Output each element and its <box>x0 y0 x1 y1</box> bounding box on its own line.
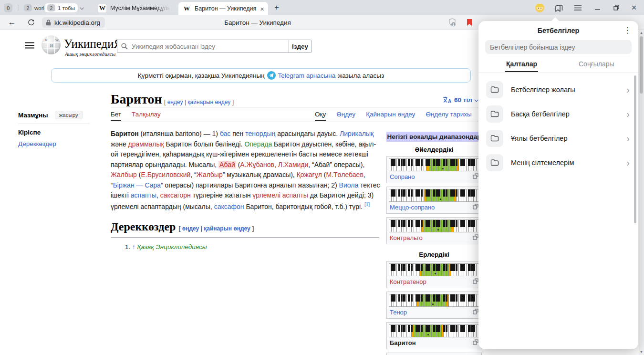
bookmark-page-button[interactable] <box>464 15 475 30</box>
popup-button[interactable] <box>473 204 478 211</box>
bookmark-folder-0[interactable]: Бетбелгілер жолағы› <box>478 77 638 102</box>
popup-button[interactable] <box>473 309 478 316</box>
edit-link[interactable]: өңдеу <box>182 225 199 232</box>
page-tab-right-0[interactable]: Оқу <box>315 111 326 118</box>
minimize-button[interactable] <box>591 0 604 15</box>
panel-tab-recent[interactable]: Соңғылары <box>579 60 614 68</box>
protect-button[interactable]: 1 <box>447 15 458 30</box>
bookmarks-panel-title: Бетбелгілер <box>478 27 638 34</box>
wiki-search-input[interactable] <box>132 43 285 50</box>
browser-menu-button[interactable] <box>571 0 584 15</box>
tab-group-zero[interactable]: 0 <box>4 3 12 12</box>
page-tab-right-3[interactable]: Өңделу тарихы <box>426 111 471 118</box>
wiki-search-button[interactable]: Іздеу <box>289 40 312 53</box>
article-link[interactable]: М.Төлебаев <box>326 171 363 178</box>
toc-hide-button[interactable]: жасыру <box>55 111 83 119</box>
voice-label[interactable]: Контратенор <box>390 278 426 285</box>
text-segment: , <box>156 191 160 199</box>
new-tab-button[interactable]: + <box>271 0 282 15</box>
article-link[interactable]: [1] <box>364 202 370 207</box>
popup-button[interactable] <box>473 339 478 346</box>
wikipedia-globe-logo[interactable]: Ω И W <box>41 35 61 57</box>
wiki-search-box[interactable] <box>117 40 289 53</box>
reference-link[interactable]: Қазақ Энциклопедиясы <box>137 243 207 251</box>
article-link[interactable]: үрлемелі аспапты <box>252 191 308 199</box>
toc-item-0[interactable]: Кіріспе <box>18 129 94 136</box>
close-window-button[interactable]: × <box>627 0 641 15</box>
search-icon <box>121 43 128 50</box>
article-link[interactable]: А.Жұбанов <box>240 161 274 168</box>
voice-label[interactable]: Меццо-сопрано <box>390 204 435 211</box>
panel-tab-folders[interactable]: Қалталар <box>506 60 537 68</box>
article-link[interactable]: Е.Брусиловский <box>141 171 190 178</box>
bookmarks-panel-button[interactable] <box>552 0 565 15</box>
page-tab-left-1[interactable]: Талқылау <box>132 111 161 118</box>
page-scrollbar[interactable]: ▲ ▼ <box>639 30 644 355</box>
bookmark-folder-3[interactable]: Менің сілтемелерім› <box>478 150 638 175</box>
article-link[interactable]: бас <box>220 130 230 137</box>
panel-menu-button[interactable]: ⋮ <box>623 25 632 35</box>
tab-group-1-toby[interactable]: 2 1 тобы <box>44 3 78 12</box>
popup-button[interactable] <box>473 278 478 285</box>
article-link[interactable]: Виола <box>339 181 359 189</box>
restore-button[interactable] <box>610 0 623 15</box>
toc-item-1[interactable]: Дереккөздер <box>18 140 94 147</box>
text-segment: , “Абай” операсы), <box>308 161 364 168</box>
popup-button[interactable] <box>473 234 478 241</box>
tab-group-collapse-button[interactable] <box>77 3 86 12</box>
article-link[interactable]: Жалбыр <box>111 171 137 178</box>
chevron-right-icon: › <box>626 158 630 167</box>
folder-icon-box <box>486 105 503 123</box>
infobox-header: Негізгі вокалды диапазондар <box>386 132 482 142</box>
tab-bariton-active[interactable]: W Баритон — Уикипедия × <box>178 2 268 15</box>
references-heading: Дереккөздер [ өңдеу | қайнарын өңдеу ] <box>111 220 254 233</box>
wikipedia-favicon: W <box>98 4 107 13</box>
article-link[interactable]: тенордың <box>245 130 275 137</box>
article-link[interactable]: Л.Хамиди <box>278 161 309 168</box>
language-selector-button[interactable]: A 60 тіл <box>443 96 478 104</box>
article-link[interactable]: драммалық <box>128 140 164 148</box>
scrollbar-thumb[interactable] <box>640 36 643 94</box>
article-link[interactable]: Лирикалық <box>340 130 374 137</box>
edit-source-link[interactable]: қайнарын өңдеу <box>187 99 230 105</box>
voice-label[interactable]: Тенор <box>390 309 407 316</box>
page-tab-left-0[interactable]: Бет <box>111 111 121 118</box>
article-link[interactable]: саксагорн <box>160 191 191 199</box>
wiki-main-menu-button[interactable] <box>25 42 34 51</box>
article-link[interactable]: Жалбыр <box>197 171 223 178</box>
page-tab-right-2[interactable]: Қайнарын өңдеу <box>366 111 415 118</box>
tab-muslim-article[interactable]: W Мүслім Мұхаммедұлы Ма <box>98 2 175 14</box>
bookmarks-search-input[interactable] <box>490 43 627 51</box>
scroll-down-arrow[interactable]: ▼ <box>640 350 643 354</box>
folder-icon-box <box>486 154 503 171</box>
article-link[interactable]: Қожағұл <box>297 171 322 178</box>
title-edit-links: [ өңдеу | қайнарын өңдеу ] <box>164 99 234 105</box>
hamburger-icon <box>25 42 34 49</box>
bookmarks-search[interactable] <box>485 40 632 54</box>
article-link[interactable]: Біржан — Сара <box>113 181 161 189</box>
text-segment: ” музыкалық драмасы), <box>223 171 297 178</box>
text-segment: түрлеріне жататын <box>191 191 253 199</box>
wikipedia-favicon: W <box>182 4 191 13</box>
tab-close-icon[interactable]: × <box>260 5 264 12</box>
scroll-up-arrow[interactable]: ▲ <box>640 31 643 34</box>
svg-text:1: 1 <box>452 22 454 27</box>
bookmark-folder-1[interactable]: Басқа бетбелгілер› <box>478 102 638 126</box>
edit-link[interactable]: өңдеу <box>167 99 183 105</box>
page-tab-right-1[interactable]: Өңдеу <box>336 111 355 118</box>
edit-source-link[interactable]: қайнарын өңдеу <box>204 225 250 232</box>
panel-scrollbar-thumb[interactable] <box>634 75 636 223</box>
voice-label[interactable]: Контральто <box>390 234 423 241</box>
article-link[interactable]: Операда <box>244 140 272 148</box>
article-link[interactable]: Абай <box>218 161 236 168</box>
article-link[interactable]: аспапты <box>131 191 156 199</box>
popup-button[interactable] <box>473 173 478 180</box>
telegram-channel-link[interactable]: Telegram арнасына <box>278 72 336 79</box>
profile-avatar[interactable] <box>534 0 545 15</box>
bookmark-folder-2[interactable]: Ұялы бетбелгілер› <box>478 126 638 150</box>
article-link[interactable]: саксафон <box>214 202 244 210</box>
wikipedia-wordmark[interactable]: УикипедиЯ <box>64 37 122 51</box>
voice-label[interactable]: Сопрано <box>390 173 415 180</box>
tab-group-badge: 0 <box>7 5 10 11</box>
ref-backlink[interactable]: ↑ <box>132 243 135 251</box>
